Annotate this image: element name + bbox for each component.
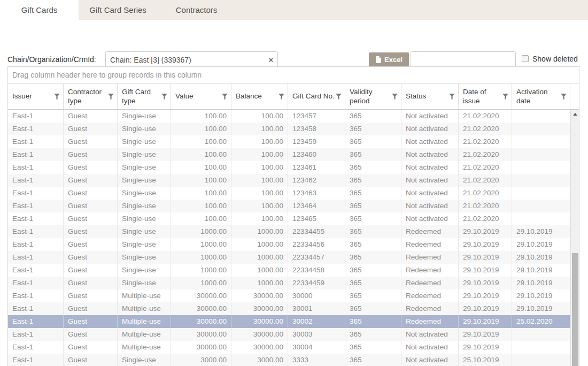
- cell-validity-period: 365: [345, 212, 401, 225]
- filter-icon[interactable]: [161, 94, 167, 100]
- cell-date-of-issue: 25.10.2019: [459, 354, 512, 366]
- table-row[interactable]: East-1GuestSingle-use100.00100.001234653…: [8, 212, 579, 225]
- cell-gift-card-no: 123461: [288, 161, 345, 174]
- table-row[interactable]: East-1GuestSingle-use1000.001000.0022334…: [8, 238, 579, 251]
- filter-icon[interactable]: [392, 94, 398, 100]
- cell-gift-card-no: 22334455: [288, 225, 345, 238]
- table-row[interactable]: East-1GuestSingle-use100.00100.001234613…: [8, 161, 579, 174]
- scrollbar-thumb[interactable]: [572, 253, 578, 366]
- filter-icon[interactable]: [222, 94, 228, 100]
- column-header-issuer[interactable]: Issuer: [8, 84, 64, 109]
- column-header-validity-period[interactable]: Validity period: [345, 84, 401, 109]
- column-header-gift-card-no[interactable]: Gift Card No.: [288, 84, 345, 109]
- cell-balance: 100.00: [231, 148, 288, 161]
- filter-icon[interactable]: [561, 94, 567, 100]
- tab-gift-cards[interactable]: Gift Cards: [0, 0, 79, 20]
- cell-gift-card-type: Single-use: [118, 264, 171, 277]
- cell-value: 100.00: [171, 187, 231, 200]
- cell-validity-period: 365: [345, 251, 401, 264]
- cell-issuer: East-1: [8, 187, 64, 200]
- cell-value: 1000.00: [171, 238, 231, 251]
- cell-gift-card-no: 123465: [288, 212, 345, 225]
- filter-icon[interactable]: [108, 94, 114, 100]
- cell-status: Not activated: [401, 110, 459, 123]
- cell-contractor-type: Guest: [64, 315, 118, 328]
- cell-gift-card-no: 22334456: [288, 238, 345, 251]
- column-header-date-of-issue[interactable]: Date of issue: [459, 84, 512, 109]
- table-row-selected[interactable]: East-1GuestMultiple-use30000.0030000.003…: [8, 315, 579, 328]
- cell-contractor-type: Guest: [64, 225, 118, 238]
- clear-icon[interactable]: ×: [265, 55, 277, 64]
- cell-status: Not activated: [401, 148, 459, 161]
- table-row[interactable]: East-1GuestSingle-use3000.003000.0033333…: [8, 354, 579, 366]
- chain-input[interactable]: [106, 52, 265, 67]
- table-row[interactable]: East-1GuestMultiple-use30000.0030000.003…: [8, 289, 579, 302]
- table-row[interactable]: East-1GuestSingle-use100.00100.001234583…: [8, 123, 579, 135]
- cell-validity-period: 365: [345, 187, 401, 200]
- excel-file-icon: [375, 56, 381, 63]
- cell-value: 1000.00: [171, 225, 231, 238]
- table-row[interactable]: East-1GuestSingle-use100.00100.001234603…: [8, 148, 579, 161]
- cell-gift-card-type: Single-use: [118, 225, 171, 238]
- search-input[interactable]: [411, 52, 516, 67]
- column-header-contractor-type[interactable]: Contractor type: [64, 84, 118, 109]
- filter-icon[interactable]: [278, 94, 284, 100]
- cell-contractor-type: Guest: [64, 341, 118, 354]
- cell-validity-period: 365: [345, 161, 401, 174]
- column-header-status[interactable]: Status: [401, 84, 459, 109]
- scroll-up-button[interactable]: [571, 110, 579, 118]
- column-header-value[interactable]: Value: [171, 84, 231, 109]
- column-header-gift-card-type[interactable]: Gift Card type: [118, 84, 171, 109]
- cell-issuer: East-1: [8, 225, 64, 238]
- cell-value: 100.00: [171, 135, 231, 148]
- cell-gift-card-no: 123459: [288, 135, 345, 148]
- cell-issuer: East-1: [8, 200, 64, 212]
- cell-activation-date: [512, 187, 570, 200]
- tab-gift-card-series[interactable]: Gift Card Series: [79, 0, 157, 20]
- table-row[interactable]: East-1GuestSingle-use100.00100.001234623…: [8, 174, 579, 187]
- table-row[interactable]: East-1GuestSingle-use100.00100.001234573…: [8, 110, 579, 123]
- cell-issuer: East-1: [8, 302, 64, 315]
- table-row[interactable]: East-1GuestMultiple-use30000.0030000.003…: [8, 302, 579, 315]
- group-panel[interactable]: Drag column header here to group records…: [8, 67, 579, 84]
- cell-gift-card-type: Single-use: [118, 123, 171, 135]
- cell-activation-date: 29.10.2019: [512, 251, 570, 264]
- cell-status: Redeemed: [401, 302, 459, 315]
- cell-gift-card-type: Single-use: [118, 238, 171, 251]
- cell-status: Not activated: [401, 212, 459, 225]
- cell-contractor-type: Guest: [64, 264, 118, 277]
- cell-value: 100.00: [171, 161, 231, 174]
- table-row[interactable]: East-1GuestSingle-use1000.001000.0022334…: [8, 225, 579, 238]
- table-row[interactable]: East-1GuestSingle-use1000.001000.0022334…: [8, 277, 579, 289]
- cell-activation-date: 29.10.2019: [512, 277, 570, 289]
- table-row[interactable]: East-1GuestMultiple-use30000.0030000.003…: [8, 328, 579, 341]
- vertical-scrollbar[interactable]: [570, 110, 579, 366]
- table-row[interactable]: East-1GuestMultiple-use30000.0030000.003…: [8, 341, 579, 354]
- column-header-activation-date[interactable]: Activation date: [512, 84, 570, 109]
- table-row[interactable]: East-1GuestSingle-use100.00100.001234633…: [8, 187, 579, 200]
- table-row[interactable]: East-1GuestSingle-use1000.001000.0022334…: [8, 264, 579, 277]
- cell-gift-card-no: 22334458: [288, 264, 345, 277]
- filter-icon[interactable]: [336, 94, 342, 100]
- filter-icon[interactable]: [449, 94, 455, 100]
- cell-date-of-issue: 21.02.2020: [459, 212, 512, 225]
- excel-button-label: Excel: [384, 56, 403, 64]
- cell-status: Not activated: [401, 187, 459, 200]
- show-deleted-checkbox[interactable]: [522, 55, 529, 62]
- excel-export-button[interactable]: Excel: [369, 52, 409, 67]
- table-row[interactable]: East-1GuestSingle-use1000.001000.0022334…: [8, 251, 579, 264]
- cell-issuer: East-1: [8, 148, 64, 161]
- filter-icon[interactable]: [502, 94, 508, 100]
- cell-contractor-type: Guest: [64, 277, 118, 289]
- table-row[interactable]: East-1GuestSingle-use100.00100.001234593…: [8, 135, 579, 148]
- cell-gift-card-no: 30000: [288, 289, 345, 302]
- table-row[interactable]: East-1GuestSingle-use100.00100.001234643…: [8, 200, 579, 212]
- cell-balance: 100.00: [231, 135, 288, 148]
- cell-contractor-type: Guest: [64, 123, 118, 135]
- cell-gift-card-type: Single-use: [118, 200, 171, 212]
- cell-balance: 100.00: [231, 161, 288, 174]
- cell-contractor-type: Guest: [64, 135, 118, 148]
- tab-contractors[interactable]: Contractors: [157, 0, 236, 20]
- filter-icon[interactable]: [54, 94, 60, 100]
- column-header-balance[interactable]: Balance: [231, 84, 288, 109]
